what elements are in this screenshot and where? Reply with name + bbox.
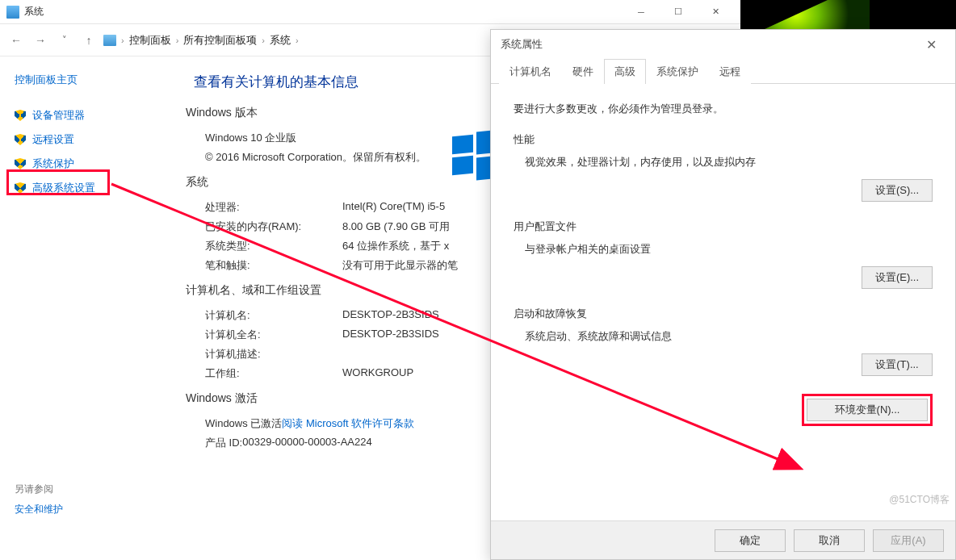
tab-advanced[interactable]: 高级 <box>604 59 646 84</box>
full-name-key: 计算机全名: <box>205 328 342 342</box>
sidebar-item-remote[interactable]: 远程设置 <box>15 127 171 152</box>
shield-icon <box>15 134 26 145</box>
user-profile-title: 用户配置文件 <box>514 219 933 234</box>
startup-recovery-title: 启动和故障恢复 <box>514 307 933 321</box>
dialog-title: 系统属性 <box>501 37 543 52</box>
computer-name-key: 计算机名: <box>205 308 342 323</box>
sidebar-item-device-manager[interactable]: 设备管理器 <box>15 103 171 127</box>
shield-icon <box>15 158 26 169</box>
group-performance: 性能 视觉效果，处理器计划，内存使用，以及虚拟内存 设置(S)... <box>514 132 933 202</box>
highlight-environment-variables: 环境变量(N)... <box>802 394 933 426</box>
background-artifact <box>740 0 956 29</box>
full-name-value: DESKTOP-2B3SIDS <box>342 328 439 342</box>
highlight-advanced-settings <box>6 169 110 195</box>
forward-button[interactable]: → <box>31 31 50 50</box>
product-id-key: 产品 ID: <box>205 436 242 450</box>
sidebar: 控制面板主页 设备管理器 远程设置 系统保护 高级系统设置 另请参阅 安全和维护 <box>0 56 186 560</box>
tab-computer-name[interactable]: 计算机名 <box>499 59 562 84</box>
system-icon <box>6 6 19 19</box>
user-profile-desc: 与登录帐户相关的桌面设置 <box>525 242 933 257</box>
crumb-all[interactable]: 所有控制面板项 <box>183 33 257 48</box>
tab-remote[interactable]: 远程 <box>709 59 751 84</box>
dialog-tabs: 计算机名 硬件 高级 系统保护 远程 <box>491 59 955 84</box>
pen-value: 没有可用于此显示器的笔 <box>342 258 458 273</box>
dialog-body: 要进行大多数更改，你必须作为管理员登录。 性能 视觉效果，处理器计划，内存使用，… <box>491 84 955 434</box>
pen-key: 笔和触摸: <box>205 258 342 273</box>
performance-title: 性能 <box>514 132 933 147</box>
user-profile-settings-button[interactable]: 设置(E)... <box>862 266 933 289</box>
tab-hardware[interactable]: 硬件 <box>562 59 604 84</box>
system-properties-dialog: 系统属性 ✕ 计算机名 硬件 高级 系统保护 远程 要进行大多数更改，你必须作为… <box>490 29 956 560</box>
apply-button[interactable]: 应用(A) <box>873 529 944 552</box>
maximize-button[interactable]: ☐ <box>660 0 697 24</box>
performance-settings-button[interactable]: 设置(S)... <box>862 179 933 202</box>
license-link[interactable]: 阅读 Microsoft 软件许可条款 <box>282 416 414 431</box>
dialog-footer: 确定 取消 应用(A) <box>491 520 955 559</box>
activated-text: Windows 已激活 <box>205 416 282 431</box>
startup-recovery-settings-button[interactable]: 设置(T)... <box>862 353 933 376</box>
ram-key: 已安装的内存(RAM): <box>205 219 342 234</box>
shield-icon <box>15 110 26 121</box>
product-id-value: 00329-00000-00003-AA224 <box>242 436 371 450</box>
group-user-profile: 用户配置文件 与登录帐户相关的桌面设置 设置(E)... <box>514 219 933 289</box>
titlebar: 系统 ─ ☐ ✕ <box>0 0 740 24</box>
computer-name-value: DESKTOP-2B3SIDS <box>342 308 439 323</box>
cpu-key: 处理器: <box>205 200 342 215</box>
cancel-button[interactable]: 取消 <box>794 529 865 552</box>
security-and-maintenance-link[interactable]: 安全和维护 <box>15 503 171 516</box>
workgroup-value: WORKGROUP <box>342 366 413 381</box>
ram-value: 8.00 GB (7.90 GB 可用 <box>342 219 450 234</box>
watermark-text: @51CTO博客 <box>889 493 950 507</box>
dialog-titlebar: 系统属性 ✕ <box>491 30 955 59</box>
up-button[interactable]: ↑ <box>79 31 99 50</box>
cpu-value: Intel(R) Core(TM) i5-5 <box>342 200 445 215</box>
chevron-right-icon: › <box>121 36 124 45</box>
pc-icon <box>103 35 116 46</box>
see-also-label: 另请参阅 <box>15 483 171 496</box>
chevron-right-icon: › <box>176 36 179 45</box>
performance-desc: 视觉效果，处理器计划，内存使用，以及虚拟内存 <box>525 155 933 169</box>
recent-button[interactable]: ˅ <box>55 31 74 50</box>
crumb-sys[interactable]: 系统 <box>270 33 291 48</box>
chevron-right-icon: › <box>296 36 299 45</box>
sidebar-item-label: 设备管理器 <box>32 108 85 123</box>
tab-system-protection[interactable]: 系统保护 <box>646 59 709 84</box>
minimize-button[interactable]: ─ <box>623 0 660 24</box>
edition-value: Windows 10 企业版 <box>205 131 296 145</box>
chevron-right-icon: › <box>262 36 265 45</box>
crumb-cp[interactable]: 控制面板 <box>129 33 171 48</box>
back-button[interactable]: ← <box>6 31 26 50</box>
sidebar-home[interactable]: 控制面板主页 <box>15 73 171 87</box>
environment-variables-button[interactable]: 环境变量(N)... <box>807 399 928 421</box>
close-icon[interactable]: ✕ <box>916 37 946 52</box>
group-startup-recovery: 启动和故障恢复 系统启动、系统故障和调试信息 设置(T)... <box>514 307 933 376</box>
workgroup-key: 工作组: <box>205 366 342 381</box>
breadcrumb[interactable]: › 控制面板 › 所有控制面板项 › 系统 › <box>103 33 299 48</box>
close-button[interactable]: ✕ <box>697 0 734 24</box>
sidebar-item-label: 远程设置 <box>32 132 74 147</box>
dialog-intro: 要进行大多数更改，你必须作为管理员登录。 <box>514 102 933 116</box>
window-title: 系统 <box>24 5 623 19</box>
type-key: 系统类型: <box>205 239 342 253</box>
description-key: 计算机描述: <box>205 347 342 361</box>
startup-recovery-desc: 系统启动、系统故障和调试信息 <box>525 329 933 344</box>
type-value: 64 位操作系统，基于 x <box>342 239 449 253</box>
ok-button[interactable]: 确定 <box>715 529 786 552</box>
copyright-text: © 2016 Microsoft Corporation。保留所有权利。 <box>205 150 426 165</box>
